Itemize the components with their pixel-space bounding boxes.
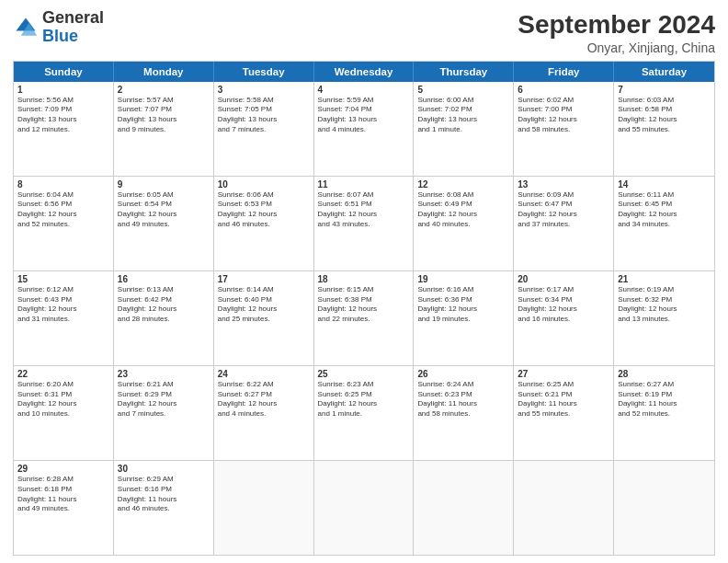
calendar-cell-9: 9Sunrise: 6:05 AMSunset: 6:54 PMDaylight… [114, 177, 214, 270]
calendar-cell-empty [414, 461, 514, 555]
cell-info: Sunrise: 5:56 AMSunset: 7:09 PMDaylight:… [17, 96, 109, 135]
calendar-cell-23: 23Sunrise: 6:21 AMSunset: 6:29 PMDayligh… [114, 366, 214, 460]
day-number: 3 [218, 85, 310, 95]
logo-text: General Blue [42, 9, 104, 46]
day-number: 7 [618, 85, 711, 95]
calendar: SundayMondayTuesdayWednesdayThursdayFrid… [13, 61, 715, 556]
calendar-cell-empty [614, 461, 714, 555]
calendar-row-2: 8Sunrise: 6:04 AMSunset: 6:56 PMDaylight… [14, 177, 714, 271]
day-number: 22 [17, 369, 109, 379]
calendar-cell-7: 7Sunrise: 6:03 AMSunset: 6:58 PMDaylight… [614, 82, 714, 176]
cell-info: Sunrise: 6:12 AMSunset: 6:43 PMDaylight:… [17, 285, 109, 325]
day-number: 11 [318, 179, 410, 190]
calendar-cell-12: 12Sunrise: 6:08 AMSunset: 6:49 PMDayligh… [414, 177, 514, 270]
calendar-cell-18: 18Sunrise: 6:15 AMSunset: 6:38 PMDayligh… [314, 271, 415, 365]
cell-info: Sunrise: 6:07 AMSunset: 6:51 PMDaylight:… [318, 190, 410, 230]
day-number: 15 [17, 274, 109, 284]
cell-info: Sunrise: 6:06 AMSunset: 6:53 PMDaylight:… [218, 190, 310, 230]
calendar-cell-28: 28Sunrise: 6:27 AMSunset: 6:19 PMDayligh… [614, 366, 714, 460]
cell-info: Sunrise: 6:05 AMSunset: 6:54 PMDaylight:… [118, 190, 210, 230]
day-number: 10 [218, 179, 310, 190]
calendar-cell-10: 10Sunrise: 6:06 AMSunset: 6:53 PMDayligh… [214, 177, 314, 270]
day-header-monday: Monday [114, 62, 214, 82]
day-number: 6 [518, 85, 609, 95]
day-number: 24 [218, 369, 310, 379]
page: General Blue September 2024 Onyar, Xinji… [0, 0, 728, 563]
calendar-body: 1Sunrise: 5:56 AMSunset: 7:09 PMDaylight… [14, 82, 714, 555]
header: General Blue September 2024 Onyar, Xinji… [13, 9, 715, 55]
cell-info: Sunrise: 6:20 AMSunset: 6:31 PMDaylight:… [17, 380, 109, 419]
cell-info: Sunrise: 6:08 AMSunset: 6:49 PMDaylight:… [417, 190, 509, 230]
calendar-cell-14: 14Sunrise: 6:11 AMSunset: 6:45 PMDayligh… [614, 177, 714, 270]
cell-info: Sunrise: 6:16 AMSunset: 6:36 PMDaylight:… [417, 285, 509, 325]
day-header-wednesday: Wednesday [314, 62, 415, 82]
cell-info: Sunrise: 5:58 AMSunset: 7:05 PMDaylight:… [218, 96, 310, 135]
day-header-tuesday: Tuesday [214, 62, 314, 82]
calendar-cell-21: 21Sunrise: 6:19 AMSunset: 6:32 PMDayligh… [614, 271, 714, 365]
calendar-cell-17: 17Sunrise: 6:14 AMSunset: 6:40 PMDayligh… [214, 271, 314, 365]
calendar-row-1: 1Sunrise: 5:56 AMSunset: 7:09 PMDaylight… [14, 82, 714, 177]
cell-info: Sunrise: 6:19 AMSunset: 6:32 PMDaylight:… [618, 285, 711, 325]
calendar-header: SundayMondayTuesdayWednesdayThursdayFrid… [14, 62, 714, 82]
day-number: 20 [518, 274, 609, 284]
cell-info: Sunrise: 6:14 AMSunset: 6:40 PMDaylight:… [218, 285, 310, 325]
day-number: 1 [17, 85, 109, 95]
calendar-cell-13: 13Sunrise: 6:09 AMSunset: 6:47 PMDayligh… [514, 177, 614, 270]
cell-info: Sunrise: 6:24 AMSunset: 6:23 PMDaylight:… [417, 380, 509, 419]
day-number: 13 [518, 179, 609, 190]
calendar-cell-29: 29Sunrise: 6:28 AMSunset: 6:18 PMDayligh… [14, 461, 114, 555]
calendar-cell-empty [214, 461, 314, 555]
cell-info: Sunrise: 6:29 AMSunset: 6:16 PMDaylight:… [118, 475, 210, 514]
day-number: 30 [118, 464, 210, 474]
subtitle: Onyar, Xinjiang, China [518, 40, 715, 55]
calendar-cell-empty [314, 461, 415, 555]
day-number: 8 [17, 179, 109, 190]
day-number: 28 [618, 369, 711, 379]
calendar-row-3: 15Sunrise: 6:12 AMSunset: 6:43 PMDayligh… [14, 271, 714, 366]
day-number: 9 [118, 179, 210, 190]
day-number: 21 [618, 274, 711, 284]
calendar-cell-30: 30Sunrise: 6:29 AMSunset: 6:16 PMDayligh… [114, 461, 214, 555]
day-header-saturday: Saturday [614, 62, 714, 82]
cell-info: Sunrise: 6:22 AMSunset: 6:27 PMDaylight:… [218, 380, 310, 419]
cell-info: Sunrise: 6:25 AMSunset: 6:21 PMDaylight:… [518, 380, 609, 419]
calendar-row-5: 29Sunrise: 6:28 AMSunset: 6:18 PMDayligh… [14, 461, 714, 555]
calendar-cell-15: 15Sunrise: 6:12 AMSunset: 6:43 PMDayligh… [14, 271, 114, 365]
logo-icon [13, 15, 39, 40]
cell-info: Sunrise: 6:04 AMSunset: 6:56 PMDaylight:… [17, 190, 109, 230]
day-header-thursday: Thursday [414, 62, 514, 82]
cell-info: Sunrise: 6:21 AMSunset: 6:29 PMDaylight:… [118, 380, 210, 419]
calendar-cell-26: 26Sunrise: 6:24 AMSunset: 6:23 PMDayligh… [414, 366, 514, 460]
day-number: 29 [17, 464, 109, 474]
cell-info: Sunrise: 6:02 AMSunset: 7:00 PMDaylight:… [518, 96, 609, 135]
calendar-cell-6: 6Sunrise: 6:02 AMSunset: 7:00 PMDaylight… [514, 82, 614, 176]
cell-info: Sunrise: 6:00 AMSunset: 7:02 PMDaylight:… [417, 96, 509, 135]
calendar-cell-27: 27Sunrise: 6:25 AMSunset: 6:21 PMDayligh… [514, 366, 614, 460]
day-number: 12 [417, 179, 509, 190]
day-number: 19 [417, 274, 509, 284]
calendar-cell-4: 4Sunrise: 5:59 AMSunset: 7:04 PMDaylight… [314, 82, 415, 176]
day-number: 26 [417, 369, 509, 379]
day-number: 27 [518, 369, 609, 379]
day-number: 2 [118, 85, 210, 95]
calendar-cell-22: 22Sunrise: 6:20 AMSunset: 6:31 PMDayligh… [14, 366, 114, 460]
day-number: 5 [417, 85, 509, 95]
logo: General Blue [13, 9, 104, 46]
cell-info: Sunrise: 6:27 AMSunset: 6:19 PMDaylight:… [618, 380, 711, 419]
cell-info: Sunrise: 6:09 AMSunset: 6:47 PMDaylight:… [518, 190, 609, 230]
day-number: 4 [318, 85, 410, 95]
cell-info: Sunrise: 6:28 AMSunset: 6:18 PMDaylight:… [17, 475, 109, 514]
day-number: 17 [218, 274, 310, 284]
calendar-cell-19: 19Sunrise: 6:16 AMSunset: 6:36 PMDayligh… [414, 271, 514, 365]
cell-info: Sunrise: 6:03 AMSunset: 6:58 PMDaylight:… [618, 96, 711, 135]
calendar-row-4: 22Sunrise: 6:20 AMSunset: 6:31 PMDayligh… [14, 366, 714, 461]
cell-info: Sunrise: 6:23 AMSunset: 6:25 PMDaylight:… [318, 380, 410, 419]
main-title: September 2024 [518, 9, 715, 40]
day-number: 18 [318, 274, 410, 284]
cell-info: Sunrise: 5:59 AMSunset: 7:04 PMDaylight:… [318, 96, 410, 135]
title-block: September 2024 Onyar, Xinjiang, China [518, 9, 715, 55]
day-header-sunday: Sunday [14, 62, 114, 82]
calendar-cell-11: 11Sunrise: 6:07 AMSunset: 6:51 PMDayligh… [314, 177, 415, 270]
calendar-cell-1: 1Sunrise: 5:56 AMSunset: 7:09 PMDaylight… [14, 82, 114, 176]
calendar-cell-2: 2Sunrise: 5:57 AMSunset: 7:07 PMDaylight… [114, 82, 214, 176]
